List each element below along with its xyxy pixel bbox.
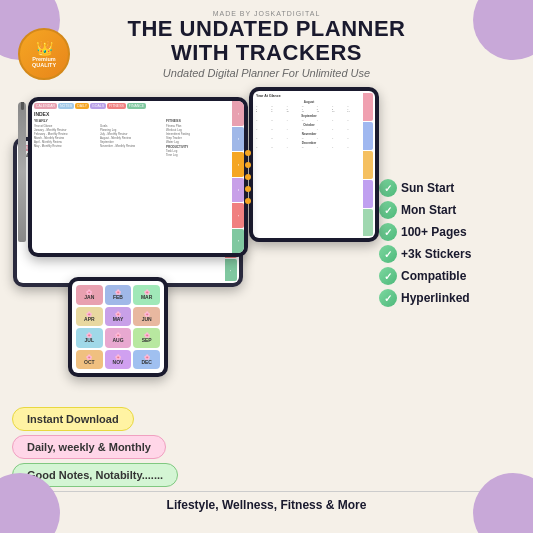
sticker-jul: 🌸JUL — [76, 328, 103, 348]
bottom-pills: Instant Download Daily, weekly & Monthly… — [0, 403, 533, 491]
feature-compatible: ✓ Compatible — [379, 267, 525, 285]
sticker-nov: 🌸NOV — [105, 350, 132, 370]
tab-finance[interactable]: FINANCE — [127, 103, 146, 109]
right-tab-1[interactable] — [363, 93, 373, 121]
side-tab-1[interactable]: C — [232, 101, 244, 126]
tablet-right-screen: Year At Glance August SMTWTFS 1234567 89… — [253, 91, 375, 238]
sticker-grid: 🌸JAN🌸FEB🌸MAR🌸APR🌸MAY🌸JUN🌸JUL🌸AUG🌸SEP🌸OCT… — [72, 281, 164, 373]
sticker-oct: 🌸OCT — [76, 350, 103, 370]
main-title: THE UNDATED PLANNER WITH TRACKERS — [10, 17, 523, 65]
sticker-apr: 🌸APR — [76, 307, 103, 327]
right-tab-2[interactable] — [363, 122, 373, 150]
subtitle: Undated Digital Planner For Unlimited Us… — [10, 67, 523, 79]
check-3k-stickers: ✓ — [379, 245, 397, 263]
feature-sun-start: ✓ Sun Start — [379, 179, 525, 197]
tab-active[interactable]: DAILY — [75, 103, 89, 109]
feature-100-pages-label: 100+ Pages — [401, 225, 467, 239]
ring-dots — [245, 150, 251, 204]
tab-notes[interactable]: NOTES — [58, 103, 74, 109]
features-panel: ✓ Sun Start ✓ Mon Start ✓ 100+ Pages ✓ +… — [375, 87, 525, 399]
check-sun-start: ✓ — [379, 179, 397, 197]
tablets-area: CALENDAR NOTES DAILY GOALS FITNESS FINAN… — [8, 87, 369, 367]
sticker-feb: 🌸FEB — [105, 285, 132, 305]
side-tab-2[interactable]: N — [232, 127, 244, 152]
feature-sun-start-label: Sun Start — [401, 181, 454, 195]
side-tab-6[interactable]: P — [232, 229, 244, 254]
tab-fitness[interactable]: FITNESS — [107, 103, 126, 109]
sticker-aug: 🌸AUG — [105, 328, 132, 348]
crown-icon: 👑 — [36, 40, 53, 56]
tablet-stickers-screen: 🌸JAN🌸FEB🌸MAR🌸APR🌸MAY🌸JUN🌸JUL🌸AUG🌸SEP🌸OCT… — [72, 281, 164, 373]
sticker-may: 🌸MAY — [105, 307, 132, 327]
sticker-sep: 🌸SEP — [133, 328, 160, 348]
pill-daily-weekly: Daily, weekly & Monthly — [12, 435, 166, 459]
pill-instant-download: Instant Download — [12, 407, 134, 431]
side-tab-5[interactable]: F — [232, 203, 244, 228]
sticker-jan: 🌸JAN — [76, 285, 103, 305]
check-100-pages: ✓ — [379, 223, 397, 241]
tablet-main: CALENDAR NOTES DAILY GOALS FITNESS FINAN… — [28, 97, 248, 257]
check-mon-start: ✓ — [379, 201, 397, 219]
feature-mon-start: ✓ Mon Start — [379, 201, 525, 219]
feature-3k-stickers-label: +3k Stickers — [401, 247, 471, 261]
stylus — [18, 102, 26, 242]
feature-mon-start-label: Mon Start — [401, 203, 456, 217]
right-tab-3[interactable] — [363, 151, 373, 179]
feature-hyperlinked: ✓ Hyperlinked — [379, 289, 525, 307]
header-section: 👑 PremiumQUALITY Made by JOSKATDIGITAL T… — [0, 0, 533, 83]
sticker-dec: 🌸DEC — [133, 350, 160, 370]
check-hyperlinked: ✓ — [379, 289, 397, 307]
tablet-stickers: 🌸JAN🌸FEB🌸MAR🌸APR🌸MAY🌸JUN🌸JUL🌸AUG🌸SEP🌸OCT… — [68, 277, 168, 377]
premium-text: PremiumQUALITY — [32, 56, 56, 68]
bottom-tagline: Lifestyle, Wellness, Fitness & More — [10, 491, 523, 516]
tablet-main-screen: CALENDAR NOTES DAILY GOALS FITNESS FINAN… — [32, 101, 244, 253]
check-compatible: ✓ — [379, 267, 397, 285]
right-tab-5[interactable] — [363, 209, 373, 237]
tablet-right: Year At Glance August SMTWTFS 1234567 89… — [249, 87, 379, 242]
tab-goals[interactable]: GOALS — [90, 103, 106, 109]
feature-compatible-label: Compatible — [401, 269, 466, 283]
side-tabs: C N D G F P — [232, 101, 244, 253]
content-area: CALENDAR NOTES DAILY GOALS FITNESS FINAN… — [0, 83, 533, 403]
sticker-mar: 🌸MAR — [133, 285, 160, 305]
side-tab-3[interactable]: D — [232, 152, 244, 177]
stylus-tip — [21, 102, 24, 110]
side-tab-4[interactable]: G — [232, 178, 244, 203]
cal-side-tab-6[interactable]: P — [225, 259, 237, 281]
feature-3k-stickers: ✓ +3k Stickers — [379, 245, 525, 263]
tab-calendar[interactable]: CALENDAR — [34, 103, 57, 109]
feature-hyperlinked-label: Hyperlinked — [401, 291, 470, 305]
premium-badge: 👑 PremiumQUALITY — [18, 28, 70, 80]
right-tab-4[interactable] — [363, 180, 373, 208]
sticker-jun: 🌸JUN — [133, 307, 160, 327]
feature-100-pages: ✓ 100+ Pages — [379, 223, 525, 241]
